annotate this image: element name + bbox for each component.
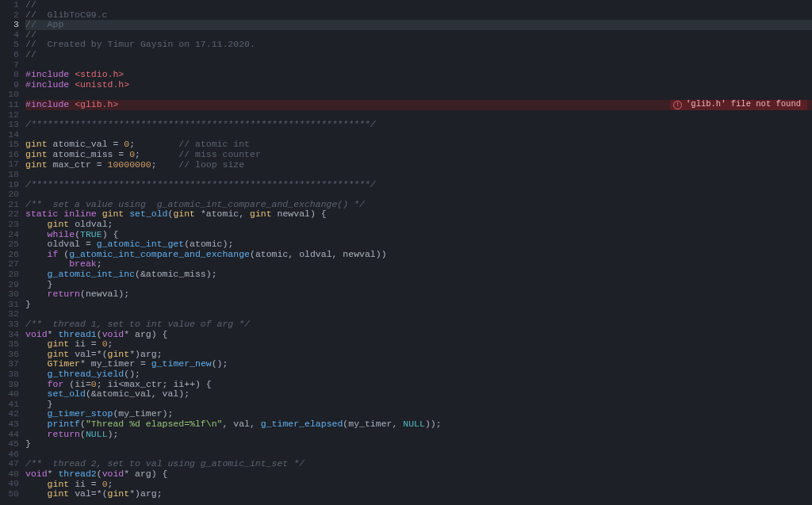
code-area[interactable]: //// GlibToC99.c// App//// Created by Ti…: [25, 0, 812, 505]
code-line[interactable]: // Created by Timur Gaysin on 17.11.2020…: [25, 40, 255, 50]
line-number: 43: [0, 419, 21, 430]
error-badge[interactable]: !'glib.h' file not found: [670, 100, 807, 110]
line-number: 11: [0, 100, 21, 110]
code-line[interactable]: return(newval);: [25, 289, 129, 300]
line-number: 33: [0, 319, 21, 330]
line-number: 25: [0, 239, 21, 250]
code-line[interactable]: //: [25, 50, 36, 60]
error-icon: !: [673, 101, 682, 109]
line-number: 30: [0, 289, 21, 300]
code-line[interactable]: gint max_ctr = 10000000; // loop size: [25, 160, 244, 170]
line-number: 6: [0, 50, 21, 60]
line-number: 20: [0, 189, 21, 200]
line-number: 1: [0, 0, 21, 10]
line-number: 45: [0, 439, 21, 450]
code-line[interactable]: gint val=*(gint*)arg;: [25, 489, 163, 499]
line-number: 3: [0, 20, 21, 30]
line-number-gutter: 1234567891011121314151617181920212223242…: [0, 0, 25, 505]
line-number: 18: [0, 170, 21, 180]
line-number: 8: [0, 70, 21, 80]
code-editor[interactable]: 1234567891011121314151617181920212223242…: [0, 0, 812, 505]
code-line[interactable]: return(NULL);: [25, 430, 118, 440]
code-line[interactable]: }: [25, 300, 31, 310]
code-line[interactable]: /***************************************…: [25, 180, 376, 190]
code-line[interactable]: #include <glib.h>: [25, 100, 118, 110]
code-line[interactable]: #include <unistd.h>: [25, 80, 129, 90]
line-number: 40: [0, 389, 21, 400]
line-number: 50: [0, 489, 21, 499]
line-number: 23: [0, 220, 21, 230]
line-number: 13: [0, 120, 21, 130]
line-number: 38: [0, 369, 21, 380]
code-line[interactable]: g_atomic_int_inc(&atomic_miss);: [25, 270, 217, 280]
code-line[interactable]: /***************************************…: [25, 120, 376, 130]
line-number: 28: [0, 270, 21, 280]
error-message: 'glib.h' file not found: [686, 100, 801, 109]
line-number: 35: [0, 339, 21, 350]
code-line[interactable]: }: [25, 439, 31, 450]
